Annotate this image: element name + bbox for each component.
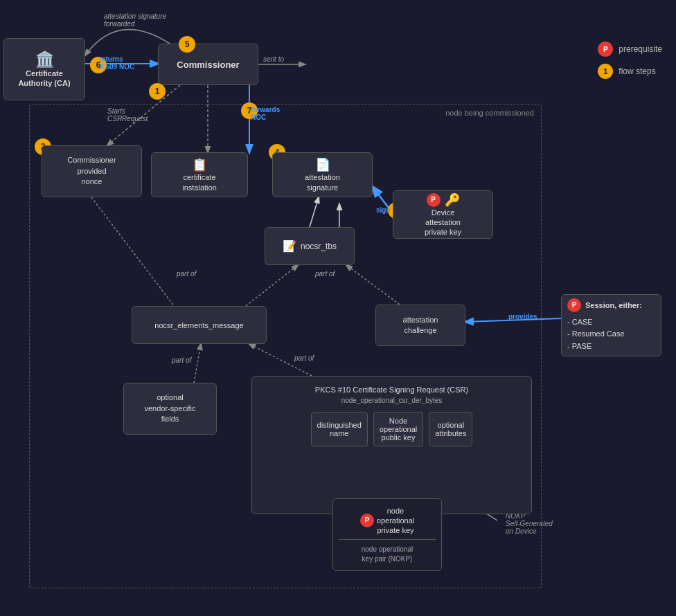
opt-attr-box: optionalattributes [429,412,472,446]
legend-flow: 1 flow steps [598,64,662,79]
att-chal-label: attestationchallenge [403,315,438,336]
part-of-4: part of [294,354,314,362]
nocsr-tbs-box: 📝 nocsr_tbs [265,227,355,265]
part-of-2: part of [315,270,335,278]
cert-install-label: certificateinstalation [182,172,217,192]
nokp-subtitle: node operationalkey pair (NOKP) [362,545,413,563]
doc-icon: 📝 [283,239,296,253]
badge-step1: 1 [149,83,166,100]
att-chal-box: attestationchallenge [375,305,465,346]
sent-to-label: sent to [263,55,284,63]
nokp-box: P nodeoperationalprivate key node operat… [332,498,442,571]
nokp-label: NOKPSelf-Generatedon Device [506,512,553,535]
nocsr-tbs-label: nocsr_tbs [301,242,337,251]
vendor-label: optionalvendor-specificfields [145,392,196,424]
nonce-label: Commissionerprovidednonce [67,155,116,187]
dev-att-label: Deviceattestationprivate key [425,208,461,237]
csr-inner-row: distinguishedname Nodeoperationalpublic … [311,412,473,446]
att-fwd-label: attestation signatureforwarded [104,12,166,28]
nonce-box: Commissionerprovidednonce [42,145,142,197]
part-of-1: part of [177,270,196,278]
area-label: node being commissioned [445,109,534,117]
commissioner-box: Commissioner [158,44,258,85]
badge-step5: 5 [179,36,195,53]
nokp-private-label: nodeoperationalprivate key [377,506,414,536]
starts-csr-label: StartsCSRRequest [107,107,148,123]
part-of-3: part of [172,356,191,364]
ca-label: CertificateAuthority (CA) [18,69,70,89]
legend-flow-label: flow steps [619,66,655,76]
att-sig-box: 📄 attestationsignature [272,152,373,197]
cert-install-box: 📋 certificateinstalation [151,152,248,197]
att-sig-icon: 📄 [315,157,330,172]
prereq-badge-nokp: P [360,514,374,527]
returns-noc-label: returnsX.509 NOC [99,55,134,71]
session-title: Session, either: [585,301,642,309]
prereq-badge-dev: P [427,193,441,207]
sign-label: sign [376,206,391,214]
legend-prereq-label: prerequisite [619,44,662,54]
legend-prereq-badge: P [598,42,613,57]
prereq-badge-session: P [567,298,581,312]
node-op-key-label: Nodeoperationalpublic key [380,417,417,442]
dist-name-label: distinguishedname [317,421,362,437]
csr-title: PKCS #10 Certificate Signing Request (CS… [315,385,468,406]
dev-att-box: P 🔑 Deviceattestationprivate key [393,190,493,239]
forwards-noc-label: forwardsNOC [251,106,280,121]
vendor-box: optionalvendor-specificfields [123,383,217,435]
bank-icon: 🏛️ [35,51,54,69]
provides-label: provides [508,313,537,320]
nocsr-elem-box: nocsr_elements_message [132,306,267,344]
key-icon: 🔑 [445,192,460,208]
legend-prereq: P prerequisite [598,42,662,57]
dist-name-box: distinguishedname [311,412,368,446]
diagram: node being commissioned [0,0,676,616]
nocsr-elem-label: nocsr_elements_message [154,321,243,329]
ca-box: 🏛️ CertificateAuthority (CA) [3,38,85,100]
legend: P prerequisite 1 flow steps [598,42,662,79]
cert-icon: 📋 [192,157,207,172]
opt-attr-label: optionalattributes [435,421,466,437]
session-items: - CASE- Resumed Case- PASE [567,316,625,353]
att-sig-label: attestationsignature [305,172,340,192]
node-op-key-box: Nodeoperationalpublic key [373,412,423,446]
csr-big-box: PKCS #10 Certificate Signing Request (CS… [251,376,532,514]
session-box: P Session, either: - CASE- Resumed Case-… [561,294,661,356]
legend-flow-badge: 1 [598,64,613,79]
commissioner-label: Commissioner [177,60,239,70]
